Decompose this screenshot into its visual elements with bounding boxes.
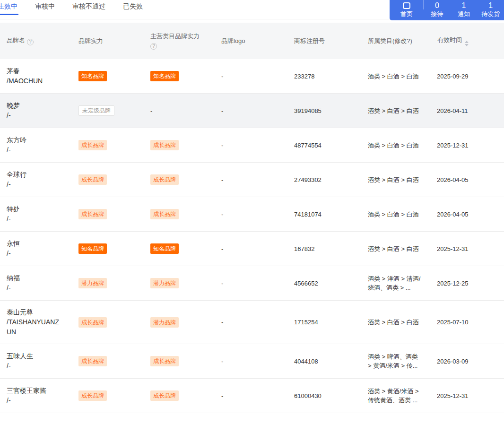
- brand-strength-badge: 知名品牌: [78, 71, 107, 81]
- brand-strength-badge: 未定级品牌: [78, 105, 114, 116]
- category-cell: 酒类 > 白酒 > 白酒: [361, 141, 430, 150]
- brand-name: 特处: [7, 204, 63, 214]
- help-icon[interactable]: ?: [27, 39, 34, 45]
- main-category-strength-badge: 潜力品牌: [150, 317, 179, 328]
- brand-name-en: /MAOCHUN: [7, 76, 63, 86]
- brand-name-en: /-: [7, 361, 63, 371]
- tab-active-brands[interactable]: 生效中: [0, 1, 18, 17]
- brand-strength-cell: 未定级品牌: [72, 105, 144, 116]
- main-category-strength-badge: 潜力品牌: [150, 278, 179, 288]
- brand-logo-cell: -: [214, 72, 287, 81]
- quickpanel-item-to-ship[interactable]: 1 待发货: [477, 0, 504, 20]
- valid-time-cell: 2026-03-09: [430, 357, 504, 366]
- trademark-no-cell: 233278: [287, 72, 361, 81]
- brand-name-cell: 五味人生/-: [0, 351, 72, 371]
- category-cell: 酒类 > 白酒 > 白酒: [361, 210, 430, 219]
- main-category-strength-cell: 知名品牌: [144, 243, 214, 254]
- brand-strength-badge: 成长品牌: [78, 390, 107, 401]
- main-category-strength-badge-empty: -: [150, 107, 152, 114]
- table-row: 特处/-成长品牌成长品牌-74181074酒类 > 白酒 > 白酒2026-04…: [0, 197, 504, 232]
- valid-time-cell: 2026-04-11: [430, 106, 504, 115]
- brand-strength-cell: 成长品牌: [72, 174, 144, 185]
- valid-time-cell: 2026-04-05: [430, 210, 504, 219]
- brand-name-en: /-: [7, 111, 63, 121]
- brand-logo-cell: -: [214, 391, 287, 400]
- brand-name: 晚梦: [7, 101, 63, 111]
- trademark-no-cell: 39194085: [287, 106, 361, 115]
- help-icon[interactable]: ?: [150, 43, 157, 50]
- table-row: 茅春/MAOCHUN知名品牌知名品牌-233278酒类 > 白酒 > 白酒202…: [0, 59, 504, 94]
- table-row: 永恒/-知名品牌知名品牌-167832酒类 > 白酒 > 白酒2025-12-3…: [0, 232, 504, 266]
- header-category-label[interactable]: 所属类目(修改?): [368, 37, 412, 44]
- brand-name-en: /-: [7, 180, 63, 190]
- brand-name-cell: 东方吟/-: [0, 135, 72, 155]
- valid-time-cell: 2025-12-31: [430, 141, 504, 150]
- reception-count: 0: [435, 2, 439, 10]
- quickpanel-home-label: 首页: [400, 10, 413, 17]
- brand-strength-badge: 潜力品牌: [78, 278, 107, 288]
- header-brand-strength-label: 品牌实力: [78, 37, 103, 44]
- brand-name: 五味人生: [7, 351, 63, 361]
- main-category-strength-cell: 成长品牌: [144, 209, 214, 219]
- table-row: 东方吟/-成长品牌成长品牌-48774554酒类 > 白酒 > 白酒2025-1…: [0, 128, 504, 163]
- quickpanel-item-notifications[interactable]: 1 通知: [451, 0, 478, 20]
- header-trademark-no: 商标注册号: [287, 37, 361, 45]
- quickpanel-item-home[interactable]: 首页: [390, 0, 424, 20]
- brand-name-cell: 茅春/MAOCHUN: [0, 66, 72, 86]
- category-cell: 酒类 > 啤酒、酒类 > 黄酒/米酒 > 传...: [361, 352, 430, 370]
- tab-review-rejected[interactable]: 审核不通过: [71, 1, 106, 17]
- trademark-no-cell: 1715254: [287, 318, 361, 327]
- header-main-category-strength: 主营类目品牌实力 ?: [144, 32, 214, 50]
- brand-name-cell: 永恒/-: [0, 239, 72, 259]
- trademark-no-cell: 27493302: [287, 175, 361, 184]
- brand-name-en: /-: [7, 396, 63, 406]
- notifications-count: 1: [462, 2, 466, 10]
- table-row: 泰山元尊/TAISHANYUANZUN成长品牌潜力品牌-1715254酒类 > …: [0, 301, 504, 344]
- brand-strength-cell: 潜力品牌: [72, 278, 144, 288]
- main-category-strength-cell: 潜力品牌: [144, 317, 214, 328]
- tab-under-review[interactable]: 审核中: [34, 1, 56, 17]
- sort-icon[interactable]: [465, 41, 469, 46]
- category-cell: 酒类 > 白酒 > 白酒: [361, 106, 430, 115]
- trademark-no-cell: 167832: [287, 244, 361, 253]
- category-cell: 酒类 > 白酒 > 白酒: [361, 72, 430, 81]
- brand-strength-cell: 知名品牌: [72, 71, 144, 81]
- header-brand-strength: 品牌实力: [72, 37, 144, 45]
- main-category-strength-badge: 成长品牌: [150, 390, 179, 401]
- brand-name-en: /-: [7, 214, 63, 224]
- brand-name: 茅春: [7, 66, 63, 76]
- brand-name-cell: 晚梦/-: [0, 101, 72, 121]
- category-cell: 酒类 > 白酒 > 白酒: [361, 244, 430, 253]
- brand-strength-badge: 知名品牌: [78, 243, 107, 254]
- brand-name-en: /-: [7, 283, 63, 293]
- valid-time-cell: 2025-09-29: [430, 72, 504, 81]
- main-category-strength-cell: 知名品牌: [144, 71, 214, 81]
- brand-logo-cell: -: [214, 106, 287, 115]
- brand-name-cell: 全球行/-: [0, 170, 72, 190]
- table-row: 晚梦/-未定级品牌--39194085酒类 > 白酒 > 白酒2026-04-1…: [0, 94, 504, 128]
- table-header-row: 品牌名? 品牌实力 主营类目品牌实力 ? 品牌logo 商标注册号 所属类目(修…: [0, 23, 504, 59]
- main-category-strength-cell: 成长品牌: [144, 140, 214, 150]
- tab-expired[interactable]: 已失效: [122, 1, 144, 17]
- main-category-strength-badge: 成长品牌: [150, 174, 179, 185]
- brand-name: 东方吟: [7, 135, 63, 145]
- brand-logo-cell: -: [214, 279, 287, 288]
- valid-time-cell: 2025-12-31: [430, 391, 504, 400]
- category-cell: 酒类 > 黄酒/米酒 > 传统黄酒、酒类 ...: [361, 387, 430, 405]
- quickpanel-item-reception[interactable]: 0 接待: [424, 0, 451, 20]
- header-brand-name: 品牌名?: [0, 36, 72, 45]
- main-category-strength-cell: 成长品牌: [144, 356, 214, 366]
- table-body: 茅春/MAOCHUN知名品牌知名品牌-233278酒类 > 白酒 > 白酒202…: [0, 59, 504, 413]
- valid-time-cell: 2025-12-25: [430, 279, 504, 288]
- brand-strength-cell: 成长品牌: [72, 317, 144, 328]
- main-category-strength-cell: -: [144, 106, 214, 115]
- brand-logo-cell: -: [214, 318, 287, 327]
- brand-strength-cell: 成长品牌: [72, 140, 144, 150]
- quickpanel-to-ship-label: 待发货: [481, 10, 500, 17]
- quickpanel-notifications-label: 通知: [458, 10, 470, 17]
- to-ship-count: 1: [488, 2, 493, 10]
- brand-name: 三官楼王家酱: [7, 386, 63, 396]
- valid-time-cell: 2025-07-10: [430, 318, 504, 327]
- header-brand-name-label: 品牌名: [7, 37, 25, 44]
- brand-strength-cell: 知名品牌: [72, 243, 144, 254]
